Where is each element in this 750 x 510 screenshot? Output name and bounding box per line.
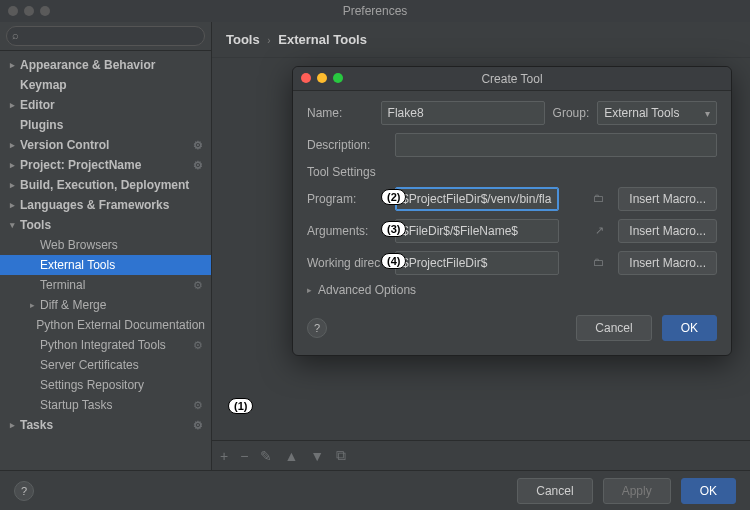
tree-arrow-icon: ▸ <box>6 140 18 150</box>
expand-icon[interactable]: ↗ <box>595 224 604 237</box>
tree-arrow-icon: ▸ <box>6 180 18 190</box>
sidebar-item-label: Settings Repository <box>40 378 144 392</box>
arguments-label: Arguments: <box>307 224 387 238</box>
sidebar-item[interactable]: Plugins <box>0 115 211 135</box>
breadcrumb: Tools › External Tools <box>212 22 750 58</box>
annotation-1: (1) <box>228 398 253 414</box>
preferences-footer: ? Cancel Apply OK <box>0 470 750 510</box>
sidebar-item[interactable]: ▸Tasks⚙ <box>0 415 211 435</box>
chevron-right-icon: ▸ <box>307 285 312 295</box>
sidebar-item-label: Appearance & Behavior <box>20 58 155 72</box>
name-input[interactable] <box>381 101 545 125</box>
sidebar-item[interactable]: External Tools <box>0 255 211 275</box>
external-tools-toolbar: + − ✎ ▲ ▼ ⧉ <box>212 440 750 470</box>
tree-arrow-icon: ▸ <box>6 160 18 170</box>
footer-help-button[interactable]: ? <box>14 481 34 501</box>
sidebar-item[interactable]: ▸Editor <box>0 95 211 115</box>
annotation-3: (3) <box>381 221 406 237</box>
sidebar-item-label: Python External Documentation <box>36 318 205 332</box>
folder-icon[interactable]: 🗀 <box>593 256 604 268</box>
sidebar-item[interactable]: ▸Project: ProjectName⚙ <box>0 155 211 175</box>
sidebar-item-label: Languages & Frameworks <box>20 198 169 212</box>
sidebar-item[interactable]: ▸Build, Execution, Deployment <box>0 175 211 195</box>
add-button[interactable]: + <box>220 448 228 464</box>
dialog-min-dot[interactable] <box>317 73 327 83</box>
sidebar-item[interactable]: ▸Appearance & Behavior <box>0 55 211 75</box>
sidebar-item[interactable]: ▸Languages & Frameworks <box>0 195 211 215</box>
description-input[interactable] <box>395 133 717 157</box>
create-tool-dialog: Create Tool Name: Group: External Tools … <box>292 66 732 356</box>
dialog-max-dot[interactable] <box>333 73 343 83</box>
program-insert-macro-button[interactable]: Insert Macro... <box>618 187 717 211</box>
sidebar-item[interactable]: Keymap <box>0 75 211 95</box>
sidebar-item[interactable]: Python External Documentation <box>0 315 211 335</box>
dialog-traffic-lights <box>301 73 343 83</box>
sidebar-item[interactable]: ▾Tools <box>0 215 211 235</box>
group-select-value: External Tools <box>604 106 679 120</box>
edit-button[interactable]: ✎ <box>260 448 272 464</box>
gear-icon: ⚙ <box>193 139 203 152</box>
sidebar-item[interactable]: ▸Diff & Merge <box>0 295 211 315</box>
sidebar-item-label: Tasks <box>20 418 53 432</box>
tree-arrow-icon: ▾ <box>6 220 18 230</box>
remove-button[interactable]: − <box>240 448 248 464</box>
workdir-label: Working direc <box>307 256 387 270</box>
down-button[interactable]: ▼ <box>310 448 324 464</box>
group-select[interactable]: External Tools <box>597 101 717 125</box>
group-label: Group: <box>553 106 590 120</box>
window-min-dot[interactable] <box>24 6 34 16</box>
search-input[interactable] <box>6 26 205 46</box>
advanced-options-label: Advanced Options <box>318 283 416 297</box>
window-titlebar: Preferences <box>0 0 750 22</box>
description-label: Description: <box>307 138 387 152</box>
annotation-4: (4) <box>381 253 406 269</box>
sidebar-item-label: Tools <box>20 218 51 232</box>
sidebar-item-label: Plugins <box>20 118 63 132</box>
advanced-options-toggle[interactable]: ▸ Advanced Options <box>307 283 717 297</box>
workdir-insert-macro-button[interactable]: Insert Macro... <box>618 251 717 275</box>
footer-ok-button[interactable]: OK <box>681 478 736 504</box>
footer-apply-button[interactable]: Apply <box>603 478 671 504</box>
breadcrumb-root: Tools <box>226 32 260 47</box>
gear-icon: ⚙ <box>193 159 203 172</box>
dialog-ok-button[interactable]: OK <box>662 315 717 341</box>
tree-arrow-icon: ▸ <box>6 60 18 70</box>
folder-icon[interactable]: 🗀 <box>593 192 604 204</box>
main-panel: Tools › External Tools Create Tool Name:… <box>212 22 750 470</box>
arguments-insert-macro-button[interactable]: Insert Macro... <box>618 219 717 243</box>
gear-icon: ⚙ <box>193 399 203 412</box>
annotation-2: (2) <box>381 189 406 205</box>
sidebar-item[interactable]: Server Certificates <box>0 355 211 375</box>
sidebar-item[interactable]: Web Browsers <box>0 235 211 255</box>
up-button[interactable]: ▲ <box>284 448 298 464</box>
sidebar-item[interactable]: Terminal⚙ <box>0 275 211 295</box>
sidebar-item-label: Server Certificates <box>40 358 139 372</box>
dialog-cancel-button[interactable]: Cancel <box>576 315 651 341</box>
window-max-dot[interactable] <box>40 6 50 16</box>
tree-arrow-icon: ▸ <box>6 200 18 210</box>
program-input[interactable] <box>395 187 559 211</box>
sidebar-item-label: Diff & Merge <box>40 298 106 312</box>
sidebar-item-label: Project: ProjectName <box>20 158 141 172</box>
sidebar-item[interactable]: Settings Repository <box>0 375 211 395</box>
window-close-dot[interactable] <box>8 6 18 16</box>
sidebar-item-label: Editor <box>20 98 55 112</box>
sidebar-item-label: Startup Tasks <box>40 398 112 412</box>
program-label: Program: <box>307 192 387 206</box>
dialog-help-button[interactable]: ? <box>307 318 327 338</box>
arguments-input[interactable] <box>395 219 559 243</box>
dialog-close-dot[interactable] <box>301 73 311 83</box>
preferences-sidebar: ⌕ ▸Appearance & BehaviorKeymap▸EditorPlu… <box>0 22 212 470</box>
gear-icon: ⚙ <box>193 339 203 352</box>
sidebar-item[interactable]: ▸Version Control⚙ <box>0 135 211 155</box>
sidebar-item[interactable]: Python Integrated Tools⚙ <box>0 335 211 355</box>
footer-cancel-button[interactable]: Cancel <box>517 478 592 504</box>
sidebar-item-label: Web Browsers <box>40 238 118 252</box>
copy-button[interactable]: ⧉ <box>336 447 346 464</box>
tree-arrow-icon: ▸ <box>26 300 38 310</box>
sidebar-item-label: Terminal <box>40 278 85 292</box>
sidebar-item-label: External Tools <box>40 258 115 272</box>
sidebar-item[interactable]: Startup Tasks⚙ <box>0 395 211 415</box>
sidebar-item-label: Build, Execution, Deployment <box>20 178 189 192</box>
workdir-input[interactable] <box>395 251 559 275</box>
